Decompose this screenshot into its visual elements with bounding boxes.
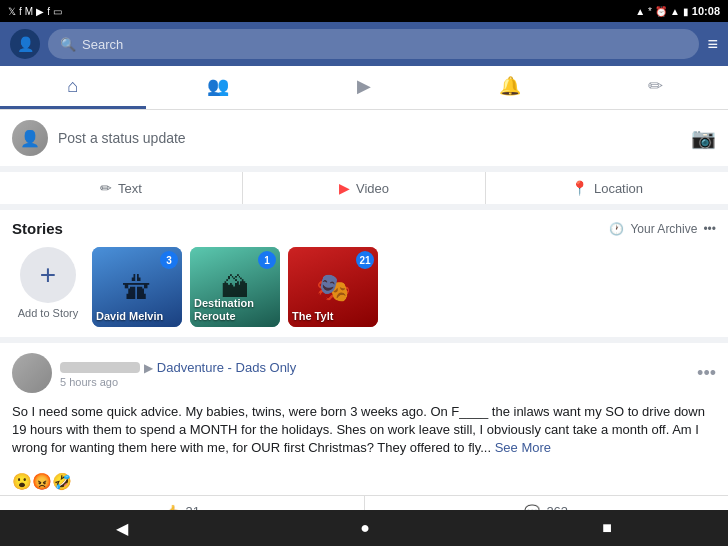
search-icon: 🔍 [60,37,76,52]
clock: 10:08 [692,5,720,17]
stories-section: Stories 🕐 Your Archive ••• + Add to Stor… [0,210,728,343]
feed-post-author-line: ▶ Dadventure - Dads Only [60,358,689,376]
search-placeholder: Search [82,37,123,52]
feed-post-header: ▶ Dadventure - Dads Only 5 hours ago ••• [0,343,728,403]
user-avatar[interactable]: 👤 [10,29,40,59]
feed-post-time: 5 hours ago [60,376,689,388]
post-photo-button[interactable]: 📷 [691,126,716,150]
home-button[interactable]: ● [360,519,370,537]
bluetooth-icon: * [648,6,652,17]
video-action-label: Video [356,181,389,196]
wifi-icon: ▲ [635,6,645,17]
text-action-button[interactable]: ✏ Text [0,172,243,204]
post-box: 👤 Post a status update 📷 [0,110,728,172]
feed-post-text: So I need some quick advice. My babies, … [12,404,705,455]
archive-clock-icon: 🕐 [609,222,624,236]
text-action-label: Text [118,181,142,196]
status-icons: 𝕏 f M ▶ f ▭ [8,6,62,17]
bottom-nav: ◀ ● ■ [0,510,728,546]
feed-post-emojis: 😮😡🤣 [0,468,728,495]
story-card-1[interactable]: 🛣 3 David Melvin [92,247,182,327]
tab-friends[interactable]: 👥 [146,66,292,109]
status-right-icons: ▲ * ⏰ ▲ ▮ 10:08 [635,5,720,17]
location-icon: 📍 [571,180,588,196]
location-action-button[interactable]: 📍 Location [486,172,728,204]
gmail-icon: M [25,6,33,17]
location-action-label: Location [594,181,643,196]
feed-post-body: So I need some quick advice. My babies, … [0,403,728,468]
fb2-icon: f [47,6,50,17]
tab-home[interactable]: ⌂ [0,66,146,109]
feed-post-more-button[interactable]: ••• [697,363,716,384]
video-action-button[interactable]: ▶ Video [243,172,486,204]
story-label-1: David Melvin [96,310,163,323]
feed-post-avatar [12,353,52,393]
youtube-icon: ▶ [36,6,44,17]
add-story-label: Add to Story [18,307,79,319]
story-badge-3: 21 [356,251,374,269]
story-label-2: Destination Reroute [194,297,280,323]
story-badge-2: 1 [258,251,276,269]
video-icon: ▶ [339,180,350,196]
feed-post-group[interactable]: Dadventure - Dads Only [157,360,296,375]
stories-more-icon[interactable]: ••• [703,222,716,236]
alarm-icon: ⏰ [655,6,667,17]
feed-post: ▶ Dadventure - Dads Only 5 hours ago •••… [0,343,728,527]
search-bar[interactable]: 🔍 Search [48,29,699,59]
text-icon: ✏ [100,180,112,196]
add-story-circle[interactable]: + [20,247,76,303]
archive-label: Your Archive [630,222,697,236]
tab-create[interactable]: ✏ [582,66,728,109]
tab-watch[interactable]: ▶ [291,66,437,109]
post-user-avatar: 👤 [12,120,48,156]
stories-title: Stories [12,220,63,237]
signal-icon: ▲ [670,6,680,17]
facebook-icon: f [19,6,22,17]
menu-button[interactable]: ≡ [707,34,718,55]
twitter-icon: 𝕏 [8,6,16,17]
see-more-link[interactable]: See More [495,440,551,455]
monitor-icon: ▭ [53,6,62,17]
tab-bar: ⌂ 👥 ▶ 🔔 ✏ [0,66,728,110]
stories-header: Stories 🕐 Your Archive ••• [12,220,716,237]
feed-post-meta: ▶ Dadventure - Dads Only 5 hours ago [60,358,689,388]
post-avatar-inner: 👤 [12,120,48,156]
battery-icon: ▮ [683,6,689,17]
story-card-2[interactable]: 🏔 1 Destination Reroute [190,247,280,327]
story-card-3[interactable]: 🎭 21 The Tylt [288,247,378,327]
avatar-icon: 👤 [17,36,34,52]
feed-post-author-blurred [60,362,140,373]
back-button[interactable]: ◀ [116,519,128,538]
post-action-bar: ✏ Text ▶ Video 📍 Location [0,172,728,210]
recents-button[interactable]: ■ [602,519,612,537]
stories-header-right: 🕐 Your Archive ••• [609,222,716,236]
top-nav: 👤 🔍 Search ≡ [0,22,728,66]
story-badge-1: 3 [160,251,178,269]
status-bar: 𝕏 f M ▶ f ▭ ▲ * ⏰ ▲ ▮ 10:08 [0,0,728,22]
hamburger-icon: ≡ [707,34,718,54]
tab-notifications[interactable]: 🔔 [437,66,583,109]
add-story-button[interactable]: + Add to Story [12,247,84,327]
story-label-3: The Tylt [292,310,333,323]
stories-row: + Add to Story 🛣 3 David Melvin 🏔 1 Dest… [12,247,716,327]
post-status-input[interactable]: Post a status update [58,130,681,146]
